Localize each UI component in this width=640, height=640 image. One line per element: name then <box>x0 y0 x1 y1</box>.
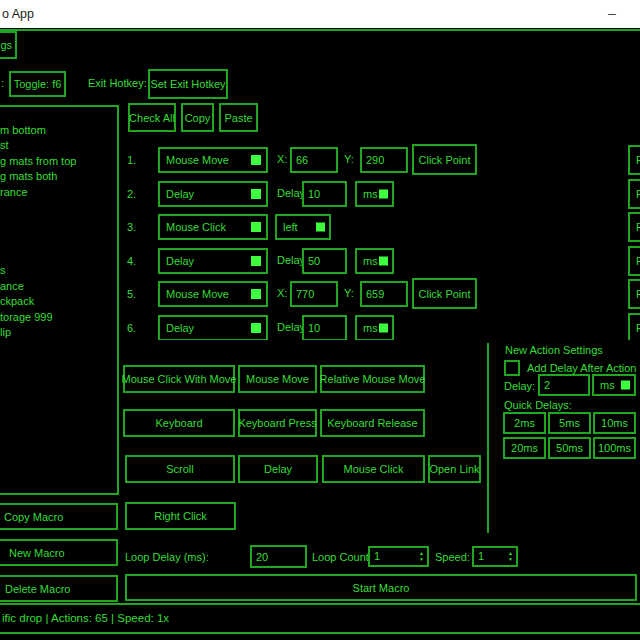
copy-macro-button[interactable]: Copy Macro <box>0 503 118 530</box>
stepper-arrows-icon[interactable]: ▲▼ <box>419 548 424 565</box>
remove-row-button[interactable]: R <box>628 179 640 209</box>
paste-label: Paste <box>224 112 252 124</box>
tab-settings[interactable]: gs <box>0 31 17 59</box>
remove-label: R <box>636 188 640 200</box>
add-scroll-button[interactable]: Scroll <box>125 455 235 483</box>
action-type-dropdown[interactable]: Delay <box>158 248 268 274</box>
add-keyboard-press-button[interactable]: Keyboard Press <box>238 409 317 437</box>
new-macro-button[interactable]: New Macro <box>0 539 118 566</box>
add-right-click-button[interactable]: Right Click <box>125 502 236 530</box>
list-item[interactable]: ckpack <box>0 294 117 310</box>
delay-input[interactable] <box>302 248 347 274</box>
quick-delay-10ms-button[interactable]: 10ms <box>593 412 636 434</box>
list-item[interactable]: g mats both <box>0 169 117 185</box>
list-item[interactable] <box>0 201 117 217</box>
remove-row-button[interactable]: R <box>628 313 640 340</box>
speed-stepper[interactable]: 1 ▲▼ <box>472 546 518 567</box>
start-macro-label: Start Macro <box>353 582 410 594</box>
button-label: 10ms <box>601 417 628 429</box>
list-item[interactable] <box>0 107 117 123</box>
list-item[interactable]: st <box>0 138 117 154</box>
list-item[interactable]: torage 999 <box>0 310 117 326</box>
quick-delay-50ms-button[interactable]: 50ms <box>548 437 591 459</box>
button-label: Delay <box>264 463 292 475</box>
add-open-link-button[interactable]: Open Link <box>428 455 481 483</box>
action-row: 1. Mouse Move X: Y: Click Point R <box>125 147 640 177</box>
remove-label: R <box>636 288 640 300</box>
toggle-hotkey-button[interactable]: Toggle: f6 <box>9 71 66 97</box>
list-item[interactable]: rance <box>0 185 117 201</box>
status-text: ific drop | Actions: 65 | Speed: 1x <box>2 605 169 631</box>
y-input[interactable] <box>360 281 408 307</box>
list-item[interactable]: lip <box>0 325 117 341</box>
list-item[interactable] <box>0 232 117 248</box>
loop-delay-input[interactable] <box>250 545 307 568</box>
quick-delay-20ms-button[interactable]: 20ms <box>503 437 546 459</box>
list-item[interactable]: ance <box>0 279 117 295</box>
unit-dropdown[interactable]: ms <box>355 248 394 274</box>
action-type-dropdown[interactable]: Delay <box>158 181 268 207</box>
macro-listbox[interactable]: m bottom st g mats from top g mats both … <box>0 105 119 495</box>
mouse-button-dropdown[interactable]: left <box>275 214 331 240</box>
dropdown-indicator-icon <box>251 256 261 266</box>
remove-row-button[interactable]: R <box>628 246 640 276</box>
new-action-unit-dropdown[interactable]: ms <box>592 374 636 396</box>
check-all-button[interactable]: Check All <box>128 103 176 132</box>
quick-delay-2ms-button[interactable]: 2ms <box>503 412 546 434</box>
loop-delay-label: Loop Delay (ms): <box>125 551 209 563</box>
add-keyboard-release-button[interactable]: Keyboard Release <box>320 409 425 437</box>
x-input[interactable] <box>290 281 338 307</box>
unit-dropdown[interactable]: ms <box>355 181 394 207</box>
delay-input[interactable] <box>302 181 347 207</box>
list-item[interactable]: g mats from top <box>0 154 117 170</box>
new-action-settings-title: New Action Settings <box>505 344 603 356</box>
action-type-dropdown[interactable]: Mouse Move <box>158 147 268 173</box>
quick-delay-5ms-button[interactable]: 5ms <box>548 412 591 434</box>
list-item[interactable]: m bottom <box>0 123 117 139</box>
action-type-value: Delay <box>166 188 194 200</box>
row-number: 4. <box>127 248 136 274</box>
add-delay-button[interactable]: Delay <box>238 455 318 483</box>
delete-macro-button[interactable]: Delete Macro <box>0 575 118 602</box>
click-point-button[interactable]: Click Point <box>412 278 477 309</box>
delay-input[interactable] <box>302 315 347 340</box>
minimize-icon[interactable]: – <box>598 0 626 28</box>
row-number: 3. <box>127 214 136 240</box>
add-relative-mouse-move-button[interactable]: Relative Mouse Move <box>320 365 425 393</box>
new-action-delay-input[interactable] <box>538 374 590 396</box>
list-item[interactable] <box>0 216 117 232</box>
action-type-dropdown[interactable]: Mouse Move <box>158 281 268 307</box>
action-row: 3. Mouse Click left R <box>125 214 640 244</box>
action-type-dropdown[interactable]: Delay <box>158 315 268 340</box>
add-keyboard-button[interactable]: Keyboard <box>123 409 235 437</box>
list-item[interactable]: s <box>0 263 117 279</box>
status-bar: ific drop | Actions: 65 | Speed: 1x <box>0 603 640 634</box>
delay-label: Delay <box>277 321 305 333</box>
remove-row-button[interactable]: R <box>628 212 640 242</box>
remove-row-button[interactable]: R <box>628 145 640 175</box>
unit-value: ms <box>363 188 378 200</box>
stepper-arrows-icon[interactable]: ▲▼ <box>508 548 513 565</box>
action-type-dropdown[interactable]: Mouse Click <box>158 214 268 240</box>
dropdown-indicator-icon <box>379 190 388 199</box>
y-input[interactable] <box>360 147 408 173</box>
click-point-button[interactable]: Click Point <box>412 144 477 175</box>
row-number: 2. <box>127 181 136 207</box>
loop-count-stepper[interactable]: 1 ▲▼ <box>368 546 429 567</box>
set-exit-hotkey-button[interactable]: Set Exit Hotkey <box>148 69 228 99</box>
add-delay-after-action-checkbox[interactable] <box>504 360 520 376</box>
remove-row-button[interactable]: R <box>628 279 640 309</box>
quick-delay-100ms-button[interactable]: 100ms <box>593 437 636 459</box>
unit-dropdown[interactable]: ms <box>355 315 394 340</box>
x-input[interactable] <box>290 147 338 173</box>
dropdown-indicator-icon <box>251 323 261 333</box>
add-mouse-move-button[interactable]: Mouse Move <box>238 365 317 393</box>
copy-button[interactable]: Copy <box>181 103 214 132</box>
paste-button[interactable]: Paste <box>219 103 258 132</box>
start-macro-button[interactable]: Start Macro <box>125 574 637 601</box>
add-mouse-click-button[interactable]: Mouse Click <box>322 455 425 483</box>
list-item[interactable] <box>0 247 117 263</box>
toggle-hotkey-label: Toggle: f6 <box>14 78 62 90</box>
add-mouse-click-with-move-button[interactable]: Mouse Click With Move <box>123 365 235 393</box>
button-label: Relative Mouse Move <box>320 373 426 385</box>
